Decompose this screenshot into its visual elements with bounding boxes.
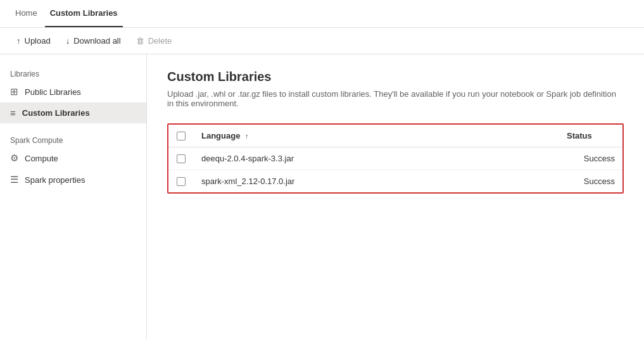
upload-button[interactable]: ↑ Upload — [10, 33, 57, 49]
sidebar-item-compute[interactable]: ⚙ Compute — [0, 147, 146, 169]
nav-custom-libraries[interactable]: Custom Libraries — [45, 0, 123, 27]
delete-icon: 🗑 — [136, 36, 144, 46]
toolbar: ↑ Upload ↓ Download all 🗑 Delete — [0, 28, 644, 54]
row-filename: deequ-2.0.4-spark-3.3.jar — [194, 147, 559, 170]
header-checkbox-cell — [168, 125, 194, 147]
row-checkbox-cell — [168, 147, 194, 170]
row-checkbox-cell — [168, 170, 194, 193]
sidebar-item-spark-properties[interactable]: ☰ Spark properties — [0, 169, 146, 190]
sidebar-item-custom-libraries[interactable]: ≡ Custom Libraries — [0, 102, 146, 123]
custom-libraries-icon: ≡ — [10, 108, 16, 118]
row-status: Success — [559, 147, 622, 170]
nav-home[interactable]: Home — [10, 0, 42, 27]
table-body: deequ-2.0.4-spark-3.3.jarSuccessspark-xm… — [168, 147, 622, 193]
libraries-table-container: Language ↑ Status deequ-2.0.4-spark-3.3.… — [167, 123, 624, 194]
table-row: spark-xml_2.12-0.17.0.jarSuccess — [168, 170, 622, 193]
row-checkbox[interactable] — [177, 177, 186, 186]
download-all-button[interactable]: ↓ Download all — [60, 33, 127, 49]
page-title: Custom Libraries — [167, 70, 624, 84]
main-layout: Libraries ⊞ Public Libraries ≡ Custom Li… — [0, 54, 644, 339]
row-filename: spark-xml_2.12-0.17.0.jar — [194, 170, 559, 193]
delete-button[interactable]: 🗑 Delete — [130, 33, 179, 49]
top-nav: Home Custom Libraries — [0, 0, 644, 28]
header-language[interactable]: Language ↑ — [194, 125, 559, 147]
compute-icon: ⚙ — [10, 152, 18, 164]
select-all-checkbox[interactable] — [177, 132, 186, 140]
main-content: Custom Libraries Upload .jar, .whl or .t… — [147, 54, 644, 339]
spark-compute-section-label: Spark Compute — [0, 131, 146, 147]
spark-properties-icon: ☰ — [10, 174, 18, 185]
upload-icon: ↑ — [16, 36, 21, 46]
header-status: Status — [559, 125, 622, 147]
libraries-table: Language ↑ Status deequ-2.0.4-spark-3.3.… — [168, 125, 622, 192]
sidebar-item-public-libraries[interactable]: ⊞ Public Libraries — [0, 81, 146, 102]
libraries-section-label: Libraries — [0, 65, 146, 81]
table-row: deequ-2.0.4-spark-3.3.jarSuccess — [168, 147, 622, 170]
row-checkbox[interactable] — [177, 154, 186, 163]
sort-indicator: ↑ — [245, 132, 249, 140]
row-status: Success — [559, 170, 622, 193]
table-header-row: Language ↑ Status — [168, 125, 622, 147]
page-subtitle: Upload .jar, .whl or .tar.gz files to in… — [167, 89, 624, 108]
public-libraries-icon: ⊞ — [10, 86, 18, 97]
sidebar: Libraries ⊞ Public Libraries ≡ Custom Li… — [0, 54, 147, 339]
download-icon: ↓ — [66, 36, 70, 46]
